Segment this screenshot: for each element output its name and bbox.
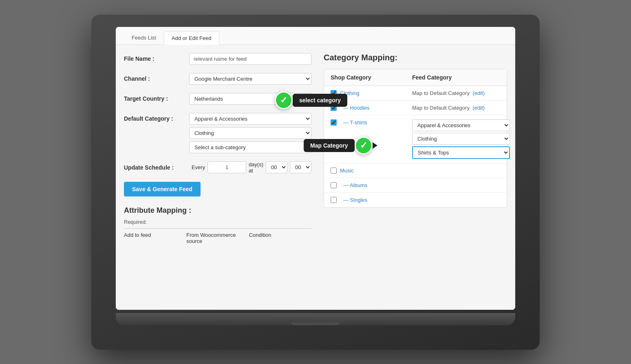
category-table-header: Shop Category Feed Category xyxy=(324,69,507,86)
clothing-feed-area: Map to Default Category (edit) xyxy=(412,90,500,96)
file-name-input[interactable] xyxy=(189,53,311,65)
clothing-map-default: Map to Default Category (edit) xyxy=(412,90,500,96)
table-row: Clothing Map to Default Category (edit) xyxy=(324,86,507,101)
days-at-text: day(s) at xyxy=(249,161,263,174)
target-country-row: Target Country : Netherlands United Stat… xyxy=(124,93,311,105)
file-name-label: File Name : xyxy=(124,53,189,62)
default-category-label: Default Category : xyxy=(124,113,189,122)
channel-row: Channel : Google Merchant Centre Amazon … xyxy=(124,73,311,85)
default-cat-select-2[interactable]: Clothing Accessories xyxy=(189,127,311,139)
col-from-woo: From Woocommerce source xyxy=(186,232,249,244)
tab-feeds-list[interactable]: Feeds List xyxy=(124,31,164,44)
col-feed-category: Feed Category xyxy=(412,74,500,81)
tshirts-select-2[interactable]: Clothing Accessories xyxy=(412,133,510,145)
clothing-edit-link[interactable]: (edit) xyxy=(473,90,485,96)
tshirts-check-area: — T-shirts xyxy=(331,119,412,126)
table-row: — T-shirts Apparel & Accessories Electro… xyxy=(324,115,507,163)
target-country-label: Target Country : xyxy=(124,93,189,102)
required-label: Required: xyxy=(124,219,311,225)
tshirts-select-1[interactable]: Apparel & Accessories Electronics xyxy=(412,119,510,131)
save-generate-feed-button[interactable]: Save & Generate Feed xyxy=(124,182,201,196)
table-row: — Albums xyxy=(324,178,507,193)
schedule-number-input[interactable] xyxy=(207,161,246,173)
attribute-table-header: Add to feed From Woocommerce source Cond… xyxy=(124,228,311,244)
tshirts-feed-area: Apparel & Accessories Electronics Clothi… xyxy=(412,119,510,159)
col-add-to-feed: Add to feed xyxy=(124,232,186,244)
col-condition: Condition xyxy=(249,232,311,244)
hoodies-edit-link[interactable]: (edit) xyxy=(473,105,485,111)
left-panel: File Name : Channel : Google Merchant Ce… xyxy=(124,53,311,302)
singles-checkbox[interactable] xyxy=(331,197,337,203)
category-mapping-title: Category Mapping: xyxy=(324,53,507,62)
attribute-mapping-heading: Attribute Mapping : xyxy=(124,206,311,215)
check-icon-1: ✓ xyxy=(275,91,293,109)
file-name-row: File Name : xyxy=(124,53,311,65)
tshirts-feed-selects: Apparel & Accessories Electronics Clothi… xyxy=(412,119,510,159)
singles-check-area: — Singles xyxy=(331,197,412,203)
default-cat-select-1[interactable]: Apparel & Accessories Electronics xyxy=(189,113,311,125)
hoodies-map-default: Map to Default Category (edit) xyxy=(412,105,500,111)
map-category-callout: Map Category xyxy=(304,139,355,152)
select-category-callout: select category xyxy=(293,94,347,107)
file-name-field xyxy=(189,53,311,65)
tabs-bar: Feeds List Add or Edit Feed xyxy=(116,27,515,45)
music-check-area: Music xyxy=(331,168,412,174)
target-country-field: Netherlands United States United Kingdom… xyxy=(189,93,311,105)
schedule-hour-select[interactable]: 00 01 06 12 xyxy=(266,161,287,173)
hoodies-feed-area: Map to Default Category (edit) xyxy=(412,105,500,111)
table-row: — Hoodies Map to Default Category (edit) xyxy=(324,101,507,115)
channel-select[interactable]: Google Merchant Centre Amazon eBay xyxy=(189,73,311,85)
music-link[interactable]: Music xyxy=(340,168,354,174)
tshirts-select-3[interactable]: Shirts & Tops Pants Dresses xyxy=(412,146,510,159)
map-category-tooltip: Map Category ✓ xyxy=(304,137,377,154)
tshirts-link[interactable]: — T-shirts xyxy=(340,119,367,126)
default-category-row: Default Category : Apparel & Accessories… xyxy=(124,113,311,153)
singles-link[interactable]: — Singles xyxy=(340,197,367,203)
default-category-fields: Apparel & Accessories Electronics Clothi… xyxy=(189,113,311,153)
table-row: — Singles xyxy=(324,193,507,207)
update-schedule-row: Update Schedule : Every day(s) at 00 01 … xyxy=(124,161,311,174)
update-schedule-controls: Every day(s) at 00 01 06 12 00 xyxy=(192,161,311,174)
channel-label: Channel : xyxy=(124,73,189,82)
schedule-min-select[interactable]: 00 15 30 45 xyxy=(290,161,311,173)
albums-link[interactable]: — Albums xyxy=(340,182,367,188)
tab-add-edit-feed[interactable]: Add or Edit Feed xyxy=(164,31,219,45)
tshirts-checkbox[interactable] xyxy=(331,119,337,126)
arrow-icon xyxy=(373,142,377,149)
right-panel: Category Mapping: Shop Category Feed Cat… xyxy=(324,53,507,302)
albums-check-area: — Albums xyxy=(331,182,412,188)
check-icon-2: ✓ xyxy=(355,137,373,154)
every-text: Every xyxy=(192,164,205,170)
category-table: Shop Category Feed Category Clothing Map… xyxy=(324,69,507,207)
music-checkbox[interactable] xyxy=(331,168,337,174)
default-cat-select-3[interactable]: Select a sub-category Shirts & Tops Pant… xyxy=(189,141,311,153)
update-schedule-label: Update Schedule : xyxy=(124,164,189,171)
col-shop-category: Shop Category xyxy=(331,74,412,81)
select-category-tooltip: ✓ select category xyxy=(275,91,347,109)
table-row: Music xyxy=(324,163,507,178)
channel-field: Google Merchant Centre Amazon eBay xyxy=(189,73,311,85)
albums-checkbox[interactable] xyxy=(331,182,337,188)
